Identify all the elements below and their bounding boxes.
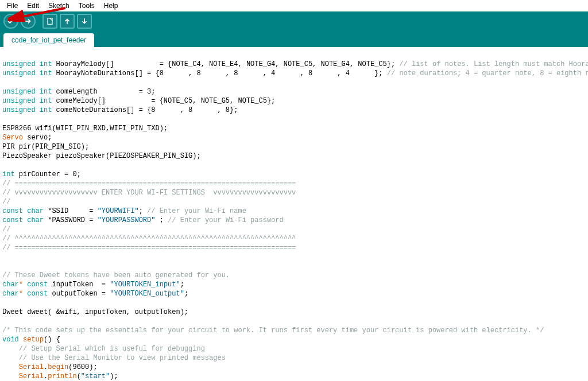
menu-edit[interactable]: Edit <box>22 1 44 11</box>
code-string: "YOURPASSWORD" <box>98 216 156 224</box>
code-comment: // =====================================… <box>2 244 296 252</box>
menu-file[interactable]: File <box>2 1 22 11</box>
menu-help[interactable]: Help <box>99 1 123 11</box>
check-icon <box>7 17 15 25</box>
open-button[interactable] <box>60 14 75 29</box>
tab-bar: code_for_iot_pet_feeder <box>0 31 588 47</box>
code-comment: // <box>2 226 10 234</box>
code-id: PASSWORD <box>52 216 85 224</box>
code-editor[interactable]: unsigned int HoorayMelody[] = {NOTE_C4, … <box>0 47 588 381</box>
code-token: inputToken = <box>48 281 110 289</box>
code-token: ); <box>110 372 118 380</box>
code-token: const <box>27 281 48 289</box>
menu-bar: File Edit Sketch Tools Help <box>0 0 588 11</box>
code-token: comeNoteDurations[] = {8 , 8 , 8}; <box>52 106 238 114</box>
code-token: * <box>44 207 52 215</box>
code-string: "YOURTOKEN_output" <box>110 290 184 298</box>
code-token: servo; <box>23 134 52 142</box>
arrow-up-icon <box>63 17 71 25</box>
arrow-right-icon <box>24 17 32 25</box>
code-token: comeMelody[] = {NOTE_C5, NOTE_G5, NOTE_C… <box>52 97 275 105</box>
menu-tools[interactable]: Tools <box>74 1 99 11</box>
code-token: ; <box>155 216 168 224</box>
code-token: unsigned int <box>2 69 52 77</box>
code-comment: // Enter your Wi-Fi password <box>168 216 284 224</box>
code-comment: // Setup Serial which is useful for debu… <box>2 345 205 353</box>
code-token: char <box>2 290 19 298</box>
code-string: "YOURTOKEN_input" <box>110 281 180 289</box>
toolbar <box>0 11 588 31</box>
code-line: PiezoSpeaker piezoSpeaker(PIEZOSPEAKER_P… <box>2 152 201 160</box>
code-keyword: void <box>2 336 19 344</box>
file-icon <box>46 17 54 25</box>
code-token: pirCounter = 0; <box>15 170 81 178</box>
code-comment: // <box>2 198 10 206</box>
code-string: "start" <box>81 372 110 380</box>
menu-sketch[interactable]: Sketch <box>44 1 74 11</box>
code-token: Servo <box>2 134 23 142</box>
code-token: unsigned int <box>2 106 52 114</box>
arrow-down-icon <box>80 17 88 25</box>
code-line: ESP8266 wifi(WIFI_PIN_RXD,WIFI_PIN_TXD); <box>2 125 168 133</box>
code-comment: /* This code sets up the essentials for … <box>2 326 544 335</box>
code-token: ; <box>180 281 184 289</box>
code-comment: // Use the Serial Monitor to view printe… <box>2 354 226 362</box>
code-token: char <box>2 281 19 289</box>
verify-button[interactable] <box>3 14 18 29</box>
code-token: HoorayNoteDurations[] = {8 , 8 , 8 , 4 ,… <box>52 69 386 77</box>
code-token: unsigned int <box>2 97 52 105</box>
code-fn: setup <box>19 336 44 344</box>
code-token: ( <box>77 372 81 380</box>
code-line: Dweet dweet( &wifi, inputToken, outputTo… <box>2 308 188 316</box>
upload-button[interactable] <box>21 14 36 29</box>
code-method: begin <box>48 363 68 371</box>
tab-sketch[interactable]: code_for_iot_pet_feeder <box>3 33 94 47</box>
code-token: const char <box>2 216 44 224</box>
code-token: * <box>19 290 27 298</box>
code-comment: // These Dweet tokens have been auto gen… <box>2 271 230 279</box>
code-token: HoorayMelody[] = {NOTE_C4, NOTE_E4, NOTE… <box>52 60 399 68</box>
new-button[interactable] <box>42 14 57 29</box>
code-token: unsigned int <box>2 60 52 68</box>
code-token: const char <box>2 207 44 215</box>
code-token: outputToken = <box>48 290 110 298</box>
code-comment: // note durations; 4 = quarter note, 8 =… <box>387 69 588 77</box>
code-token: ; <box>184 290 188 298</box>
code-token: * <box>44 216 52 224</box>
code-comment: // list of notes. List length must match… <box>399 60 588 68</box>
code-token: () { <box>44 336 60 344</box>
code-token: * <box>19 281 27 289</box>
code-token: int <box>2 170 15 178</box>
code-comment: // ^^^^^^^^^^^^^^^^^^^^^^^^^^^^^^^^^^^^^… <box>2 235 296 243</box>
code-id: SSID <box>52 207 68 215</box>
code-string: "YOURWIFI" <box>98 207 139 215</box>
code-comment: // =====================================… <box>2 180 296 188</box>
code-obj: Serial <box>19 372 44 380</box>
svg-rect-1 <box>48 18 52 25</box>
code-obj: Serial <box>19 363 44 371</box>
code-token: const <box>27 290 48 298</box>
code-comment: // Enter your Wi-Fi name <box>147 207 246 215</box>
code-token: comeLength = 3; <box>52 88 155 96</box>
code-line: PIR pir(PIR_PIN_SIG); <box>2 143 89 151</box>
save-button[interactable] <box>77 14 92 29</box>
code-indent <box>2 372 19 380</box>
code-token: unsigned int <box>2 88 52 96</box>
code-token: (9600); <box>68 363 97 371</box>
code-token: ; <box>139 207 147 215</box>
code-indent <box>2 363 19 371</box>
code-token: = <box>85 216 98 224</box>
code-token: = <box>68 207 97 215</box>
code-comment: // vvvvvvvvvvvvvvvvvvvv ENTER YOUR WI-FI… <box>2 189 296 197</box>
code-method: println <box>48 372 76 380</box>
